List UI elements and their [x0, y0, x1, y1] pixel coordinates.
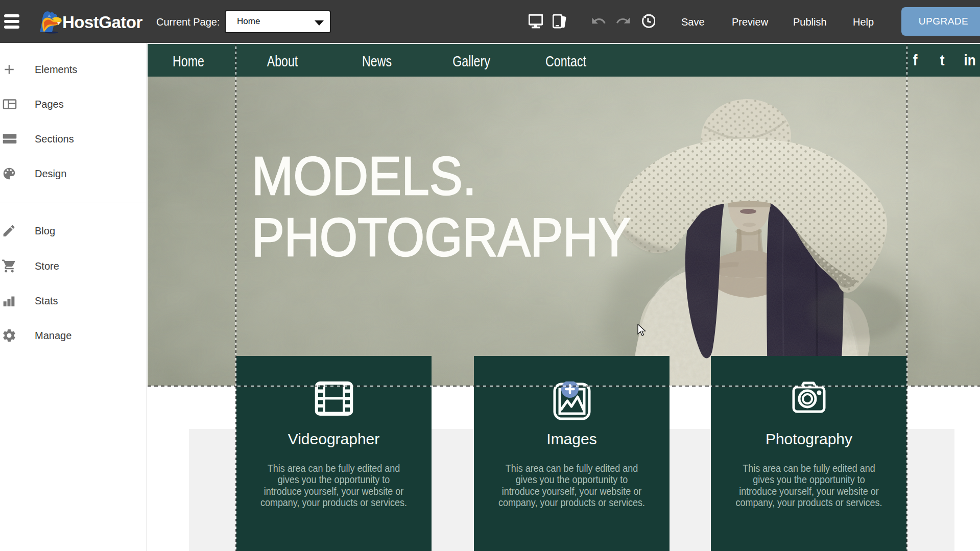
svg-text:MODELS.: MODELS.	[252, 146, 476, 206]
svg-text:PHOTOGRAPHY: PHOTOGRAPHY	[252, 207, 631, 267]
